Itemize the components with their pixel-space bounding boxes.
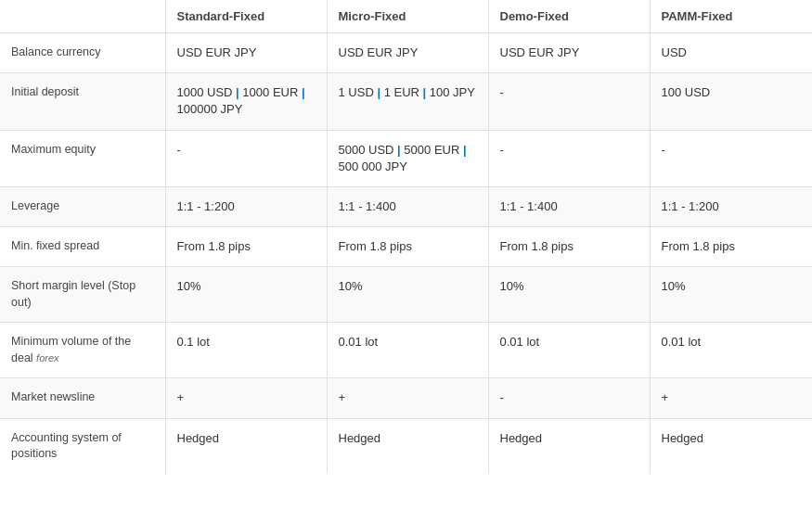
row-label: Accounting system of positions <box>0 418 165 474</box>
row-demo: USD EUR JPY <box>488 33 650 73</box>
table-row: Short margin level (Stop out) 10% 10% 10… <box>0 267 812 323</box>
comparison-table: Standard-Fixed Micro-Fixed Demo-Fixed PA… <box>0 0 812 474</box>
row-standard: 10% <box>165 267 327 323</box>
header-standard-fixed: Standard-Fixed <box>165 0 327 33</box>
row-demo: 10% <box>488 267 650 323</box>
row-micro: Hedged <box>327 418 488 474</box>
row-standard: From 1.8 pips <box>165 227 327 267</box>
row-demo: From 1.8 pips <box>488 227 650 267</box>
table-header-row: Standard-Fixed Micro-Fixed Demo-Fixed PA… <box>0 0 812 33</box>
row-pamm: 10% <box>650 267 812 323</box>
row-pamm: 100 USD <box>650 73 812 130</box>
header-micro-fixed: Micro-Fixed <box>327 0 488 33</box>
row-pamm: - <box>650 130 812 186</box>
table-row: Min. fixed spread From 1.8 pips From 1.8… <box>0 227 812 267</box>
row-micro: 1 USD | 1 EUR | 100 JPY <box>327 73 488 130</box>
row-standard: 1:1 - 1:200 <box>165 186 327 226</box>
row-standard: Hedged <box>165 418 327 474</box>
row-demo: - <box>488 130 650 186</box>
row-micro: 5000 USD | 5000 EUR | 500 000 JPY <box>327 130 488 186</box>
table-row: Balance currency USD EUR JPY USD EUR JPY… <box>0 33 812 73</box>
row-label: Short margin level (Stop out) <box>0 267 165 323</box>
row-standard: - <box>165 130 327 186</box>
row-micro: 10% <box>327 267 488 323</box>
row-label: Min. fixed spread <box>0 227 165 267</box>
row-standard: 1000 USD | 1000 EUR | 100000 JPY <box>165 73 327 130</box>
row-pamm: From 1.8 pips <box>650 227 812 267</box>
row-label: Initial deposit <box>0 73 165 130</box>
comparison-table-container: Standard-Fixed Micro-Fixed Demo-Fixed PA… <box>0 0 812 474</box>
row-standard: + <box>165 378 327 418</box>
row-micro: From 1.8 pips <box>327 227 488 267</box>
row-label: Balance currency <box>0 33 165 73</box>
table-row: Leverage 1:1 - 1:200 1:1 - 1:400 1:1 - 1… <box>0 186 812 226</box>
row-micro: 0.01 lot <box>327 323 488 378</box>
row-micro: USD EUR JPY <box>327 33 488 73</box>
header-demo-fixed: Demo-Fixed <box>488 0 650 33</box>
row-pamm: Hedged <box>650 418 812 474</box>
row-label: Maximum equity <box>0 130 165 186</box>
row-pamm: 0.01 lot <box>650 323 812 378</box>
header-label <box>0 0 165 33</box>
row-label: Market newsline <box>0 378 165 418</box>
table-row: Accounting system of positions Hedged He… <box>0 418 812 474</box>
table-row: Minimum volume of the deal forex 0.1 lot… <box>0 323 812 378</box>
row-standard: USD EUR JPY <box>165 33 327 73</box>
row-demo: 0.01 lot <box>488 323 650 378</box>
row-demo: - <box>488 378 650 418</box>
table-row: Maximum equity - 5000 USD | 5000 EUR | 5… <box>0 130 812 186</box>
row-pamm: USD <box>650 33 812 73</box>
row-label: Leverage <box>0 186 165 226</box>
row-label: Minimum volume of the deal forex <box>0 323 165 378</box>
row-demo: Hedged <box>488 418 650 474</box>
row-pamm: + <box>650 378 812 418</box>
table-row: Market newsline + + - + <box>0 378 812 418</box>
row-demo: 1:1 - 1:400 <box>488 186 650 226</box>
row-standard: 0.1 lot <box>165 323 327 378</box>
row-micro: + <box>327 378 488 418</box>
row-demo: - <box>488 73 650 130</box>
header-pamm-fixed: PAMM-Fixed <box>650 0 812 33</box>
table-row: Initial deposit 1000 USD | 1000 EUR | 10… <box>0 73 812 130</box>
row-micro: 1:1 - 1:400 <box>327 186 488 226</box>
row-pamm: 1:1 - 1:200 <box>650 186 812 226</box>
